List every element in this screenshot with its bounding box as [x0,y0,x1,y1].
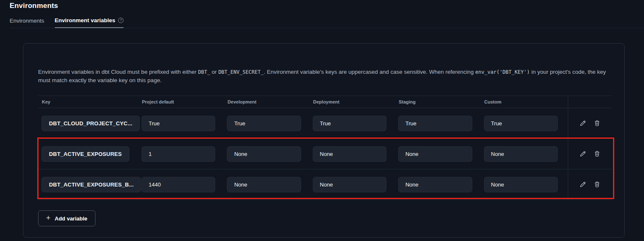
code-token-dbt-prefix: DBT_ [198,69,210,75]
variable-value-development: True [227,116,301,131]
add-variable-label: Add variable [55,215,88,222]
variable-value-custom: True [484,116,558,131]
plus-icon: + [46,214,51,223]
variable-value-staging: True [398,116,472,131]
variable-key-chip: DBT_ACTIVE_EXPOSURES_B... [41,177,141,192]
trash-icon [594,150,600,157]
environment-variables-panel: Environment variables in dbt Cloud must … [23,43,625,238]
column-header-deployment: Deployment [311,96,397,108]
variable-value-project-default: True [142,116,215,131]
code-token-dbt-env-secret-prefix: DBT_ENV_SECRET_ [218,69,263,75]
variable-key-chip: DBT_ACTIVE_EXPOSURES [41,146,129,162]
tabs-bar: Environments Environment variables ? [10,17,644,28]
trash-icon [594,120,600,127]
edit-variable-button[interactable] [579,150,586,158]
variable-value-custom: None [484,146,558,162]
tab-environment-variables-label: Environment variables [55,17,116,23]
add-variable-button[interactable]: + Add variable [38,210,95,226]
delete-variable-button[interactable] [594,181,600,188]
delete-variable-button[interactable] [594,120,600,127]
column-header-custom: Custom [482,96,568,108]
delete-variable-button[interactable] [594,150,600,157]
table-row: DBT_CLOUD_PROJECT_CYC... True True True … [38,108,612,139]
table-header-row: Key Project default Development Deployme… [38,96,612,108]
edit-variable-button[interactable] [579,120,586,127]
variable-value-custom: None [484,177,558,192]
description-text: Environment variables in dbt Cloud must … [38,68,610,85]
pencil-icon [579,181,586,188]
column-header-project-default: Project default [140,96,225,108]
tab-environments-label: Environments [10,18,44,24]
edit-variable-button[interactable] [579,181,586,188]
description-segment: . Environment variable's keys are upperc… [264,69,475,75]
variable-key-chip: DBT_CLOUD_PROJECT_CYC... [41,116,140,131]
variable-value-staging: None [398,146,472,162]
variable-value-deployment: None [313,177,386,192]
table-row-highlighted: DBT_ACTIVE_EXPOSURES 1 None None None No… [38,139,612,169]
variable-value-project-default: 1440 [142,177,215,192]
variable-value-deployment: None [313,146,386,162]
code-token-env-var: env_var('DBT_KEY') [475,69,530,75]
environment-variables-table: Key Project default Development Deployme… [38,96,612,200]
tab-environment-variables[interactable]: Environment variables ? [55,17,124,28]
pencil-icon [579,120,586,127]
trash-icon [594,181,600,188]
pencil-icon [579,150,586,158]
variable-value-project-default: 1 [142,146,215,162]
variable-value-staging: None [398,177,472,192]
help-icon[interactable]: ? [118,18,124,23]
page-title: Environments [10,2,644,10]
column-header-key: Key [38,96,140,108]
description-segment: or [210,69,219,75]
variable-value-development: None [227,146,301,162]
table-row-highlighted: DBT_ACTIVE_EXPOSURES_B... 1440 None None… [38,169,612,200]
column-header-staging: Staging [397,96,482,108]
tab-environments[interactable]: Environments [10,18,44,28]
column-header-development: Development [225,96,311,108]
variable-value-deployment: True [313,116,386,131]
column-header-actions [568,96,612,108]
description-segment: Environment variables in dbt Cloud must … [38,69,198,75]
variable-value-development: None [227,177,301,192]
